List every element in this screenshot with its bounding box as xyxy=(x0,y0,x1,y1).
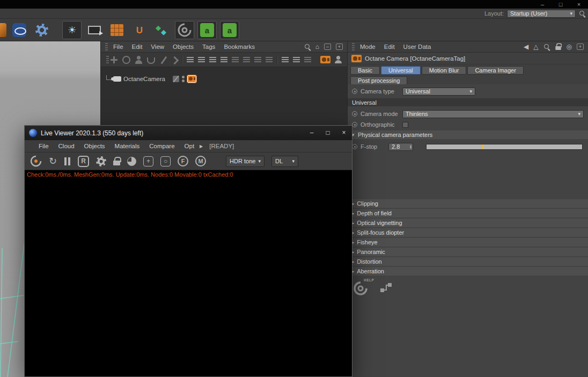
tab-motion-blur[interactable]: Motion Blur xyxy=(422,66,467,75)
section-fisheye[interactable]: ▶ Fisheye xyxy=(348,238,588,247)
texture-hdri-icon[interactable]: a xyxy=(220,21,239,39)
object-tool-icon[interactable] xyxy=(171,56,179,64)
section-depth-of-field[interactable]: ▶ Depth of field xyxy=(348,209,588,218)
live-viewer-titlebar[interactable]: Live Viewer 2020.1.3 (550 days left) – □… xyxy=(25,126,352,140)
camera-filter-icon[interactable] xyxy=(320,56,330,63)
layer-icon[interactable] xyxy=(293,57,300,63)
lock-icon[interactable] xyxy=(555,46,561,50)
layer-icon[interactable] xyxy=(243,57,250,63)
tab-basic[interactable]: Basic xyxy=(350,66,380,75)
slider-handle[interactable] xyxy=(482,144,484,149)
octane-camera-tag-icon[interactable] xyxy=(187,75,196,83)
layer-icon[interactable] xyxy=(282,57,289,63)
render-mode-select[interactable]: DL ▾ xyxy=(271,156,298,167)
minimize-panel-icon[interactable]: – xyxy=(324,44,331,50)
menu-overflow-icon[interactable]: ▶ xyxy=(200,144,203,149)
camera-type-select[interactable]: Universal ▾ xyxy=(402,88,475,96)
panel-grip-handle[interactable] xyxy=(352,43,355,50)
animation-dot-icon[interactable] xyxy=(352,144,357,149)
toolbar-partial-icon[interactable] xyxy=(0,23,6,37)
object-tool-icon[interactable] xyxy=(122,56,130,64)
render-canvas[interactable] xyxy=(25,179,352,376)
focus-picker-icon[interactable]: F xyxy=(178,156,188,166)
window-minimize-button[interactable]: – xyxy=(533,0,552,9)
node-graph-icon[interactable]: ◆◆ xyxy=(152,21,172,39)
add-panel-icon[interactable]: + xyxy=(577,44,584,50)
region-render-icon[interactable] xyxy=(127,157,136,166)
om-menu-edit[interactable]: Edit xyxy=(132,44,143,50)
object-name[interactable]: OctaneCamera xyxy=(123,76,165,82)
lock-resolution-icon[interactable] xyxy=(113,161,120,165)
section-panoramic[interactable]: ▶ Panoramic xyxy=(348,248,588,256)
section-physical-camera-parameters[interactable]: ▼ Physical camera parameters xyxy=(348,130,588,139)
octane-material-icon[interactable] xyxy=(107,21,127,39)
section-optical-vignetting[interactable]: ▶ Optical vignetting xyxy=(348,219,588,227)
render-target-icon[interactable] xyxy=(85,21,104,39)
fstop-slider[interactable] xyxy=(426,144,583,150)
search-icon[interactable] xyxy=(304,44,311,50)
octane-help-button[interactable]: HELP xyxy=(353,281,368,298)
octane-settings-gear-icon[interactable] xyxy=(32,21,52,39)
window-close-button[interactable]: × xyxy=(570,0,588,9)
object-tool-icon[interactable] xyxy=(159,56,167,64)
am-menu-userdata[interactable]: User Data xyxy=(403,44,431,50)
spin-down-icon[interactable]: ▾ xyxy=(410,147,411,149)
panel-grip-handle[interactable] xyxy=(105,43,108,50)
om-menu-view[interactable]: View xyxy=(151,44,164,50)
om-menu-file[interactable]: File xyxy=(113,44,123,50)
object-row-octanecamera[interactable]: OctaneCamera xyxy=(101,74,347,84)
lv-menu-compare[interactable]: Compare xyxy=(149,143,174,149)
node-editor-icon[interactable] xyxy=(380,281,394,294)
maximize-panel-icon[interactable]: + xyxy=(336,44,343,50)
layer-icon[interactable] xyxy=(198,57,205,63)
layer-icon[interactable] xyxy=(266,57,273,63)
lv-close-button[interactable]: × xyxy=(336,126,352,140)
reset-icon[interactable]: R xyxy=(78,156,89,167)
octane-render-icon[interactable] xyxy=(175,21,194,39)
octane-live-render-icon[interactable] xyxy=(30,155,42,167)
object-tool-icon[interactable] xyxy=(147,57,155,64)
pause-render-icon[interactable] xyxy=(64,157,71,165)
am-menu-mode[interactable]: Mode xyxy=(360,44,376,50)
lv-menu-cloud[interactable]: Cloud xyxy=(58,143,75,149)
octane-uv-icon[interactable]: U xyxy=(130,21,149,39)
orbx-icon[interactable] xyxy=(10,21,29,39)
lv-menu-materials[interactable]: Materials xyxy=(115,143,140,149)
section-distortion[interactable]: ▶ Distortion xyxy=(348,257,588,266)
focus-target-icon[interactable]: ◎ xyxy=(567,44,572,50)
object-tool-icon[interactable] xyxy=(110,56,118,64)
lv-menu-file[interactable]: File xyxy=(39,143,49,149)
add-region-icon[interactable]: + xyxy=(143,156,153,166)
am-menu-edit[interactable]: Edit xyxy=(384,44,395,50)
tab-universal[interactable]: Universal xyxy=(381,66,421,75)
window-maximize-button[interactable]: □ xyxy=(552,0,570,9)
settings-gear-icon[interactable] xyxy=(96,156,106,166)
material-picker-icon[interactable]: M xyxy=(195,156,206,166)
pick-region-icon[interactable]: ○ xyxy=(160,156,171,166)
om-menu-bookmarks[interactable]: Bookmarks xyxy=(224,44,255,50)
search-icon[interactable] xyxy=(579,10,585,17)
tab-camera-imager[interactable]: Camera Imager xyxy=(467,66,523,75)
hdr-tone-select[interactable]: HDR tone ▾ xyxy=(226,156,264,167)
lv-menu-opt[interactable]: Opt xyxy=(185,143,195,149)
layer-icon[interactable] xyxy=(232,57,239,63)
section-split-focus-diopter[interactable]: ▶ Split-focus diopter xyxy=(348,228,588,237)
layer-color-icon[interactable] xyxy=(173,76,179,82)
section-aberration[interactable]: ▶ Aberration xyxy=(348,267,588,276)
spinner-icon[interactable]: ▴ ▾ xyxy=(410,144,411,149)
tab-post-processing[interactable]: Post processing xyxy=(350,76,407,85)
lv-minimize-button[interactable]: – xyxy=(304,126,320,140)
texture-environment-icon[interactable]: a xyxy=(197,21,217,39)
history-back-icon[interactable]: ◀ xyxy=(524,44,528,50)
character-filter-icon[interactable] xyxy=(335,56,342,63)
layer-icon[interactable] xyxy=(254,57,261,63)
camera-mode-select[interactable]: Thinlens ▾ xyxy=(402,110,584,118)
octane-sky-icon[interactable]: ☀ xyxy=(62,21,82,39)
animation-dot-icon[interactable] xyxy=(352,122,357,127)
layer-icon[interactable] xyxy=(209,57,216,63)
om-menu-objects[interactable]: Objects xyxy=(173,44,194,50)
history-forward-icon[interactable]: △ xyxy=(533,44,538,50)
lv-maximize-button[interactable]: □ xyxy=(320,126,336,140)
search-icon[interactable] xyxy=(543,44,550,50)
visibility-dots-icon[interactable] xyxy=(182,76,185,82)
